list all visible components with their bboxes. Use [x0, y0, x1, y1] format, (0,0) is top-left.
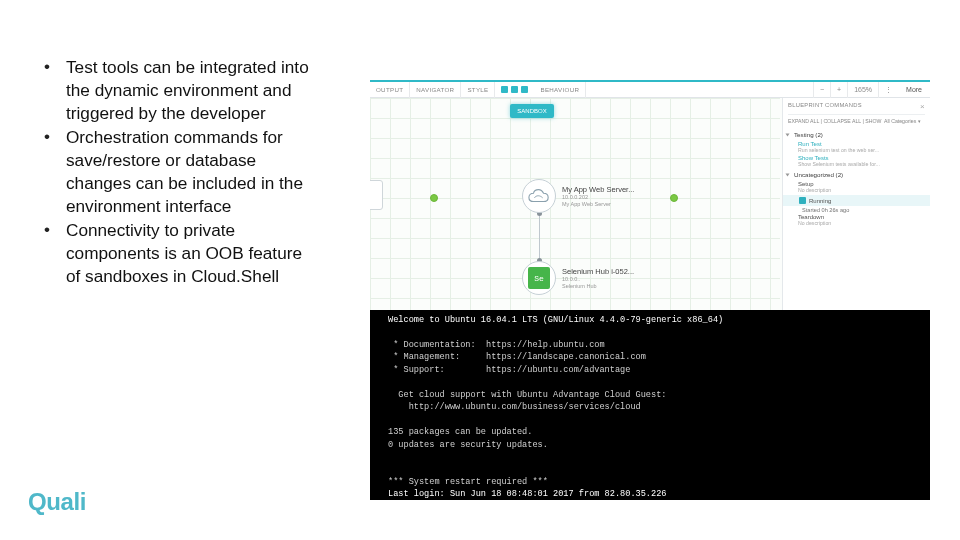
command-teardown[interactable]: Teardown No description	[788, 213, 925, 227]
expand-all-link[interactable]: EXPAND ALL	[788, 118, 819, 124]
bullet-list: Test tools can be integrated into the dy…	[42, 56, 312, 288]
style-icon	[521, 86, 528, 93]
tab-output[interactable]: OUTPUT	[370, 82, 410, 98]
tab-navigator[interactable]: NAVIGATOR	[410, 82, 461, 98]
bullet-item: Orchestration commands for save/restore …	[42, 126, 312, 219]
play-icon	[799, 197, 806, 204]
node-title: Selenium Hub i-052...	[562, 267, 634, 276]
style-icon	[501, 86, 508, 93]
term-line: * Management: https://landscape.canonica…	[388, 352, 646, 362]
term-line: 0 updates are security updates.	[388, 440, 548, 450]
term-line: http://www.ubuntu.com/business/services/…	[388, 402, 641, 412]
style-icons[interactable]	[495, 86, 534, 93]
node-title: My App Web Server...	[562, 185, 634, 194]
command-run-test[interactable]: Run Test Run selenium test on the web se…	[788, 140, 925, 154]
terminal[interactable]: Welcome to Ubuntu 16.04.1 LTS (GNU/Linux…	[370, 310, 930, 500]
term-line: * Documentation: https://help.ubuntu.com	[388, 340, 605, 350]
cmd-desc: No description	[798, 187, 925, 193]
show-label: SHOW	[865, 118, 881, 124]
toolbar: OUTPUT NAVIGATOR STYLE BEHAVIOUR − + 165…	[370, 82, 930, 98]
cmd-desc: Run selenium test on the web ser...	[798, 147, 925, 153]
more-menu-icon[interactable]: ⋮	[878, 82, 898, 98]
term-line: 135 packages can be updated.	[388, 427, 532, 437]
style-icon	[511, 86, 518, 93]
tab-behaviour[interactable]: BEHAVIOUR	[534, 82, 586, 98]
running-row[interactable]: Running	[783, 195, 930, 206]
partial-node: i:8543d.. ...	[370, 180, 383, 210]
node-sub: Selenium Hub	[562, 283, 634, 289]
cmd-desc: Show Selenium tests available for...	[798, 161, 925, 167]
term-line: * Support: https://ubuntu.com/advantage	[388, 365, 630, 375]
more-link[interactable]: More	[898, 86, 930, 93]
command-show-tests[interactable]: Show Tests Show Selenium tests available…	[788, 154, 925, 168]
close-icon[interactable]: ×	[920, 102, 925, 111]
sandbox-badge: SANDBOX	[510, 104, 554, 118]
se-badge: Se	[528, 267, 550, 289]
commands-panel: BLUEPRINT COMMANDS × EXPAND ALL | COLLAP…	[782, 98, 930, 310]
zoom-out-button[interactable]: −	[813, 82, 830, 98]
panel-header: BLUEPRINT COMMANDS	[788, 102, 862, 111]
selenium-icon: Se	[522, 261, 556, 295]
connector-line	[539, 214, 540, 260]
status-dot-icon	[430, 194, 438, 202]
term-line: Welcome to Ubuntu 16.04.1 LTS (GNU/Linux…	[388, 315, 723, 325]
topology-canvas[interactable]: SANDBOX i:8543d.. ... My App Web Server.…	[370, 98, 780, 310]
node-sub: My App Web Server	[562, 201, 634, 207]
screenshot-composite: OUTPUT NAVIGATOR STYLE BEHAVIOUR − + 165…	[370, 80, 930, 500]
cmd-desc: No description	[798, 220, 925, 226]
cloud-icon	[522, 179, 556, 213]
term-line: Last login: Sun Jun 18 08:48:01 2017 fro…	[388, 489, 666, 499]
category-uncat[interactable]: Uncategorized (2)	[788, 168, 925, 180]
bullet-item: Test tools can be integrated into the dy…	[42, 56, 312, 126]
term-line: Get cloud support with Ubuntu Advantage …	[388, 390, 666, 400]
category-testing[interactable]: Testing (2)	[788, 128, 925, 140]
tab-style[interactable]: STYLE	[461, 82, 495, 98]
collapse-all-link[interactable]: COLLAPSE ALL	[823, 118, 861, 124]
zoom-value: 165%	[847, 82, 878, 98]
cloudshell-ui: OUTPUT NAVIGATOR STYLE BEHAVIOUR − + 165…	[370, 80, 930, 310]
category-filter[interactable]: All Categories	[884, 118, 916, 124]
command-setup[interactable]: Setup No description	[788, 180, 925, 194]
running-label: Running	[809, 198, 831, 204]
term-line: *** System restart required ***	[388, 477, 548, 487]
node-tiny: ...	[370, 189, 379, 194]
bullet-item: Connectivity to private components is an…	[42, 219, 312, 289]
web-server-node[interactable]: My App Web Server... 10.0.0.202 My App W…	[522, 176, 672, 216]
selenium-node[interactable]: Se Selenium Hub i-052... 10.0.0.. Seleni…	[522, 258, 672, 298]
zoom-in-button[interactable]: +	[830, 82, 847, 98]
quali-logo: Quali	[28, 488, 86, 516]
